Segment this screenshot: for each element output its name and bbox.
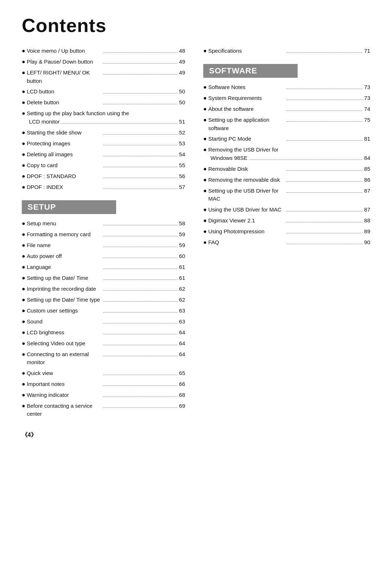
- dot-leader: [286, 100, 363, 100]
- list-item: ●Important notes66: [22, 380, 185, 388]
- bullet-icon: ●: [22, 328, 25, 337]
- page-number: 54: [179, 150, 185, 159]
- item-text: LCD brightness: [27, 329, 102, 337]
- bullet-icon: ●: [203, 83, 207, 92]
- page-number: 64: [179, 339, 185, 348]
- item-text: LCD button: [27, 88, 102, 96]
- dot-leader: [286, 244, 363, 244]
- list-item: ●DPOF : INDEX57: [22, 183, 185, 192]
- item-text: Sound: [27, 318, 102, 326]
- dot-leader: [249, 160, 363, 160]
- dot-leader: [103, 52, 178, 53]
- bullet-icon: ●: [22, 295, 25, 304]
- bullet-icon: ●: [22, 380, 25, 388]
- page-number: 62: [179, 296, 185, 304]
- item-text: DPOF : INDEX: [27, 183, 102, 192]
- list-item: ●Custom user settings63: [22, 306, 185, 315]
- dot-leader: [103, 375, 178, 375]
- page-number: 59: [179, 230, 185, 239]
- page-number: 57: [179, 183, 185, 192]
- list-item: ●LEFT/ RIGHT/ MENU/ OK button49: [22, 68, 185, 85]
- dot-leader: [103, 312, 178, 313]
- page-number: 86: [364, 176, 370, 184]
- page-number: 90: [364, 238, 370, 247]
- list-item: ●Quick view65: [22, 369, 185, 378]
- item-text: Setting up the USB Driver for MAC: [208, 187, 285, 203]
- item-text: Before contacting a service center: [27, 402, 102, 418]
- dot-leader: [103, 407, 178, 408]
- list-item: ●Setting up the Date/ Time61: [22, 274, 185, 282]
- dot-leader: [103, 345, 178, 345]
- item-text: Digimax Viewer 2.1: [208, 217, 285, 225]
- item-text: Language: [27, 263, 102, 271]
- left-column: ●Voice memo / Up button48●Play & Pause/ …: [22, 47, 196, 420]
- dot-leader: [103, 145, 178, 145]
- item-text: Important notes: [27, 380, 102, 388]
- item-text: Formatting a memory card: [27, 230, 102, 239]
- page-number: 61: [179, 274, 185, 282]
- bullet-icon: ●: [22, 150, 25, 159]
- list-item: ●Sound63: [22, 317, 185, 326]
- item-text: File name: [27, 241, 102, 250]
- list-item: ●FAQ90: [203, 238, 370, 247]
- bullet-icon: ●: [203, 205, 207, 214]
- item-text: Voice memo / Up button: [27, 47, 102, 55]
- bullet-icon: ●: [22, 57, 25, 66]
- list-item: ●Setting up the play back function using…: [22, 109, 185, 126]
- item-text: Using PhotoImpression: [208, 227, 285, 236]
- list-item: ●Selecting Video out type64: [22, 339, 185, 348]
- item-text: Using the USB Driver for MAC: [208, 206, 285, 214]
- dot-leader: [286, 110, 363, 111]
- bullet-icon: ●: [203, 94, 207, 102]
- list-item: ●File name59: [22, 241, 185, 250]
- item-text: Setup menu: [27, 219, 102, 228]
- item-text: Selecting Video out type: [27, 339, 102, 348]
- bullet-icon: ●: [203, 238, 207, 247]
- list-item: ●Digimax Viewer 2.188: [203, 216, 370, 225]
- list-item: ●Formatting a memory card59: [22, 230, 185, 239]
- list-item: ●Setup menu58: [22, 219, 185, 228]
- page-number: 63: [179, 307, 185, 315]
- page-number: 63: [179, 318, 185, 326]
- page-number: 87: [364, 187, 370, 195]
- page-number: 64: [179, 350, 185, 359]
- item-text: LEFT/ RIGHT/ MENU/ OK button: [27, 69, 102, 85]
- list-item: ●About the software74: [203, 105, 370, 113]
- page-number: 60: [179, 252, 185, 261]
- bullet-icon: ●: [203, 216, 207, 225]
- list-item: ●Using the USB Driver for MAC87: [203, 205, 370, 214]
- bullet-icon: ●: [22, 350, 25, 359]
- item-text: Play & Pause/ Down button: [27, 58, 102, 66]
- item-text: Setting up the Date/ Time: [27, 274, 102, 282]
- list-item: ●Protecting images53: [22, 139, 185, 148]
- bullet-icon: ●: [203, 116, 207, 124]
- dot-leader: [103, 225, 178, 225]
- bullet-icon: ●: [22, 47, 25, 55]
- list-item: ●DPOF : STANDARD56: [22, 172, 185, 181]
- dot-leader: [286, 52, 363, 53]
- bullet-icon: ●: [203, 47, 207, 55]
- item-text: Removing the removable disk: [208, 176, 285, 184]
- bullet-icon: ●: [22, 183, 25, 192]
- bullet-icon: ●: [203, 134, 207, 143]
- page-number: 68: [179, 391, 185, 399]
- list-item: ●Language61: [22, 263, 185, 271]
- dot-leader: [286, 211, 363, 212]
- page-number: 73: [364, 94, 370, 102]
- dot-leader: [103, 236, 178, 236]
- software-list: ●Software Notes73●System Requirements73●…: [203, 83, 370, 247]
- bullet-icon: ●: [22, 161, 25, 170]
- page-number: 62: [179, 285, 185, 293]
- bullet-icon: ●: [22, 109, 25, 118]
- bullet-icon: ●: [22, 139, 25, 148]
- dot-leader: [103, 134, 178, 134]
- item-text: Connecting to an external monitor: [27, 350, 102, 367]
- dot-leader: [286, 121, 363, 122]
- list-item: ●Auto power off60: [22, 252, 185, 261]
- page-number: 88: [364, 217, 370, 225]
- list-item: ●LCD brightness64: [22, 328, 185, 337]
- list-item: ●Removable Disk85: [203, 165, 370, 173]
- page-number: 52: [179, 129, 185, 137]
- page-number: 59: [179, 241, 185, 250]
- item-text: FAQ: [208, 238, 285, 247]
